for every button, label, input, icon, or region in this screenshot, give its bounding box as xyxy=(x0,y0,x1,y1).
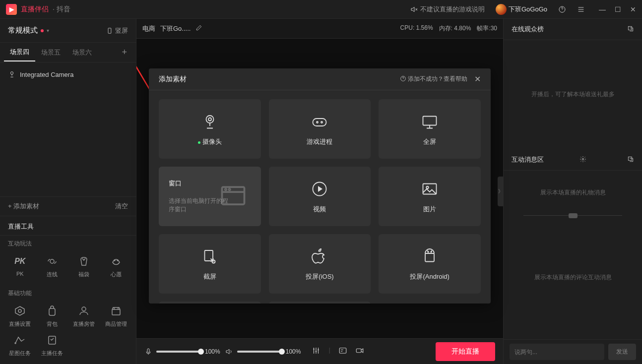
stream-title: 下班Go..... xyxy=(160,24,191,33)
source-card-blackmagic[interactable]: Blackmagic设备 xyxy=(269,302,371,303)
speaker-mute-icon xyxy=(410,5,418,13)
source-card-monitor[interactable]: 全屏 xyxy=(379,99,481,159)
stream-category[interactable]: 电商 xyxy=(142,24,155,33)
tool-room-admin[interactable]: 直播房管 xyxy=(69,303,99,330)
app-logo: ▶ xyxy=(6,4,17,15)
chat-msg-placeholder: 展示本场直播的评论互动消息 xyxy=(504,216,642,339)
speaker-icon xyxy=(225,348,233,356)
left-sidebar: 常规模式 ▾ 竖屏 场景四 场景五 场景六 + Integrated Camer… xyxy=(0,19,136,364)
scene-tab-5[interactable]: 场景五 xyxy=(35,44,66,61)
svg-rect-15 xyxy=(313,119,326,126)
split-handle[interactable] xyxy=(523,215,622,216)
add-source-modal: 添加素材 添加不成功？查看帮助 ✕ 摄像头游戏进程全屏窗口选择当前电脑打开的程序… xyxy=(149,68,491,303)
start-stream-button[interactable]: 开始直播 xyxy=(436,342,495,361)
maximize-button[interactable]: ☐ xyxy=(615,5,621,13)
mixer-icon[interactable] xyxy=(312,346,321,357)
notice-link[interactable]: 不建议直播的游戏说明 xyxy=(410,5,485,14)
menu-icon[interactable] xyxy=(577,5,585,13)
svg-rect-1 xyxy=(108,28,111,33)
titlebar: ▶ 直播伴侣 · 抖音 不建议直播的游戏说明 下班GoGoGo — ☐ ✕ xyxy=(0,0,642,19)
settings-icon[interactable] xyxy=(579,156,586,164)
svg-rect-33 xyxy=(339,348,346,354)
svg-rect-37 xyxy=(628,157,632,160)
barrage-icon[interactable] xyxy=(338,346,347,357)
orientation-toggle[interactable]: 竖屏 xyxy=(106,26,128,35)
user-area[interactable]: 下班GoGoGo xyxy=(496,4,547,15)
mic-volume[interactable]: 100% xyxy=(144,348,220,356)
speaker-volume[interactable]: 100% xyxy=(225,348,301,356)
svg-point-29 xyxy=(431,251,432,252)
cpu-stat: CPU: 1.56% xyxy=(400,24,433,33)
preview-header: 电商 下班Go..... CPU: 1.56% 内存: 4.80% 帧率:30 xyxy=(136,19,503,39)
monitor-icon xyxy=(420,112,440,131)
svg-point-14 xyxy=(208,118,211,121)
msg-panel-title: 互动消息区 xyxy=(512,155,544,164)
tool-wish[interactable]: 心愿 xyxy=(101,253,131,280)
svg-rect-34 xyxy=(356,349,361,353)
modal-close-button[interactable]: ✕ xyxy=(474,74,481,84)
tool-star-task[interactable]: 星图任务 xyxy=(5,332,35,359)
gift-msg-placeholder: 展示本场直播的礼物消息 xyxy=(504,171,642,215)
popout-icon-2[interactable] xyxy=(627,156,634,164)
add-scene-button[interactable]: + xyxy=(117,47,132,58)
avatar xyxy=(496,4,507,15)
help-icon[interactable] xyxy=(558,5,566,13)
interact-group-label: 互动玩法 xyxy=(0,236,136,250)
svg-rect-27 xyxy=(425,253,434,262)
scene-tab-4[interactable]: 场景四 xyxy=(4,44,35,61)
send-button[interactable]: 发送 xyxy=(608,344,636,360)
svg-point-36 xyxy=(582,158,584,160)
source-item[interactable]: Integrated Camera xyxy=(8,67,128,81)
svg-point-4 xyxy=(117,260,118,261)
tool-pk[interactable]: PKPK xyxy=(5,253,35,280)
basic-group-label: 基础功能 xyxy=(0,285,136,300)
cut-icon xyxy=(200,246,220,266)
camera-toggle-icon[interactable] xyxy=(355,346,364,357)
tool-host-task[interactable]: 主播任务 xyxy=(37,332,67,359)
source-card-capture[interactable]: 采集 xyxy=(159,302,261,303)
bottom-bar: 100% 100% | 开始直播 xyxy=(136,338,503,364)
tool-products[interactable]: 商品管理 xyxy=(101,303,131,330)
fps-stat: 帧率:30 xyxy=(477,24,497,33)
svg-point-20 xyxy=(225,189,226,190)
clear-sources-button[interactable]: 清空 xyxy=(115,202,128,211)
source-card-gamepad[interactable]: 游戏进程 xyxy=(269,99,371,159)
minimize-button[interactable]: — xyxy=(599,5,606,13)
help-link[interactable]: 添加不成功？查看帮助 xyxy=(400,75,467,83)
source-card-apple[interactable]: 投屏(iOS) xyxy=(269,234,371,294)
modal-title: 添加素材 xyxy=(159,75,187,84)
source-card-android[interactable]: 投屏(Android) xyxy=(379,234,481,294)
source-card-window[interactable]: 窗口选择当前电脑打开的程序窗口 xyxy=(159,167,261,226)
source-card-play[interactable]: 视频 xyxy=(269,167,371,226)
svg-rect-8 xyxy=(112,309,120,315)
audience-placeholder: 开播后，可了解本场谁送礼最多 xyxy=(504,40,642,149)
svg-rect-32 xyxy=(147,349,149,353)
popout-icon[interactable] xyxy=(627,25,634,34)
camera-icon xyxy=(8,70,16,78)
source-card-camera[interactable]: 摄像头 xyxy=(159,99,261,159)
close-button[interactable]: ✕ xyxy=(630,5,636,13)
svg-point-28 xyxy=(428,251,429,252)
tool-settings[interactable]: 直播设置 xyxy=(5,303,35,330)
tool-connect[interactable]: 连线 xyxy=(37,253,67,280)
app-name: 直播伴侣 xyxy=(21,5,49,14)
mode-selector[interactable]: 常规模式 ▾ xyxy=(8,26,49,35)
svg-rect-35 xyxy=(628,26,632,30)
tool-backpack[interactable]: 背包 xyxy=(37,303,67,330)
edit-icon[interactable] xyxy=(195,24,202,33)
svg-rect-6 xyxy=(49,308,55,315)
chat-input[interactable] xyxy=(510,344,604,360)
right-collapse-handle[interactable]: 》 xyxy=(498,177,504,206)
scene-tabs: 场景四 场景五 场景六 + xyxy=(0,43,136,62)
svg-point-5 xyxy=(18,309,21,312)
center-panel: 电商 下班Go..... CPU: 1.56% 内存: 4.80% 帧率:30 … xyxy=(136,19,503,364)
svg-point-24 xyxy=(426,186,429,189)
svg-point-13 xyxy=(206,116,213,123)
gamepad-icon xyxy=(310,112,329,131)
tool-luckybag[interactable]: 福袋 xyxy=(69,253,99,280)
source-card-cut[interactable]: 截屏 xyxy=(159,234,261,294)
add-source-button[interactable]: + 添加素材 xyxy=(8,202,39,211)
preview-area[interactable]: 添加素材 添加不成功？查看帮助 ✕ 摄像头游戏进程全屏窗口选择当前电脑打开的程序… xyxy=(136,39,503,338)
scene-tab-6[interactable]: 场景六 xyxy=(66,44,98,61)
source-card-image[interactable]: 图片 xyxy=(379,167,481,226)
